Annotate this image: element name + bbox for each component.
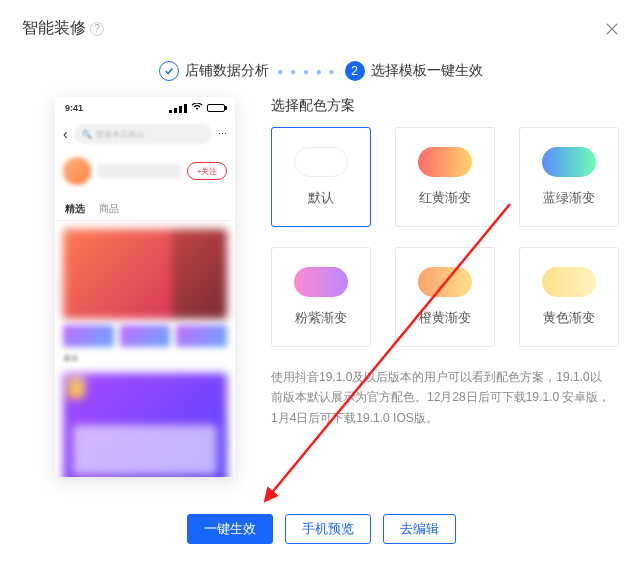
signal-icon	[169, 104, 187, 113]
check-icon	[159, 61, 179, 81]
scheme-card-5[interactable]: 黄色渐变	[519, 247, 619, 347]
scheme-swatch	[418, 147, 472, 177]
search-placeholder: 搜索本店商品	[96, 129, 144, 140]
scheme-swatch	[294, 267, 348, 297]
scheme-swatch	[542, 147, 596, 177]
scheme-card-4[interactable]: 橙黄渐变	[395, 247, 495, 347]
scheme-swatch	[542, 267, 596, 297]
phone-banner	[63, 229, 227, 319]
battery-icon	[207, 104, 225, 112]
scheme-label: 黄色渐变	[543, 309, 595, 327]
step-2-label: 选择模板一键生效	[371, 62, 483, 80]
scheme-grid: 默认红黄渐变蓝绿渐变粉紫渐变橙黄渐变黄色渐变	[271, 127, 620, 347]
step-1: 店铺数据分析	[159, 61, 269, 81]
step-2-number: 2	[345, 61, 365, 81]
stepper: 店铺数据分析 ● ● ● ● ● 2 选择模板一键生效	[0, 53, 642, 97]
footer: 一键生效 手机预览 去编辑	[0, 514, 642, 544]
scheme-title: 选择配色方案	[271, 97, 620, 115]
title-text: 智能装修	[22, 18, 86, 39]
scheme-card-1[interactable]: 红黄渐变	[395, 127, 495, 227]
scheme-label: 蓝绿渐变	[543, 189, 595, 207]
phone-section-label: 爆款	[63, 353, 227, 367]
shop-name	[97, 164, 181, 178]
phone-search-bar: 🔍 搜索本店商品	[74, 124, 212, 144]
step-2: 2 选择模板一键生效	[345, 61, 483, 81]
edit-button[interactable]: 去编辑	[383, 514, 456, 544]
scheme-card-3[interactable]: 粉紫渐变	[271, 247, 371, 347]
scheme-label: 橙黄渐变	[419, 309, 471, 327]
step-1-label: 店铺数据分析	[185, 62, 269, 80]
phone-search-row: ‹ 🔍 搜索本店商品 ⋯	[63, 121, 227, 147]
help-icon[interactable]: ?	[90, 22, 104, 36]
modal-title: 智能装修 ?	[22, 18, 104, 39]
phone-preview: 9:41 ‹ 🔍 搜索本店商品 ⋯ +关注 精选 商品 爆款	[55, 97, 235, 477]
phone-header-icons: ⋯	[218, 129, 227, 139]
scheme-swatch	[418, 267, 472, 297]
phone-tiles	[63, 325, 227, 347]
step-divider: ● ● ● ● ●	[277, 66, 336, 77]
phone-product-card: TOP 1	[63, 373, 227, 477]
top-badge: TOP 1	[67, 377, 85, 399]
phone-tabs: 精选 商品	[55, 197, 235, 221]
preview-button[interactable]: 手机预览	[285, 514, 371, 544]
scheme-label: 粉紫渐变	[295, 309, 347, 327]
close-icon[interactable]	[604, 21, 620, 37]
phone-tab-2: 商品	[99, 202, 119, 216]
version-notice: 使用抖音19.1.0及以后版本的用户可以看到配色方案，19.1.0以前版本默认展…	[271, 367, 611, 428]
phone-tab-1: 精选	[65, 202, 85, 216]
scheme-label: 红黄渐变	[419, 189, 471, 207]
phone-time: 9:41	[65, 103, 83, 113]
phone-shop-header: +关注	[63, 151, 227, 191]
scheme-card-0[interactable]: 默认	[271, 127, 371, 227]
scheme-swatch	[294, 147, 348, 177]
scheme-label: 默认	[308, 189, 334, 207]
follow-button: +关注	[187, 162, 227, 180]
scheme-card-2[interactable]: 蓝绿渐变	[519, 127, 619, 227]
search-icon: 🔍	[82, 130, 92, 139]
wifi-icon	[191, 103, 203, 113]
phone-status-bar: 9:41	[55, 97, 235, 119]
back-icon: ‹	[63, 126, 68, 142]
shop-avatar	[63, 157, 91, 185]
apply-button[interactable]: 一键生效	[187, 514, 273, 544]
